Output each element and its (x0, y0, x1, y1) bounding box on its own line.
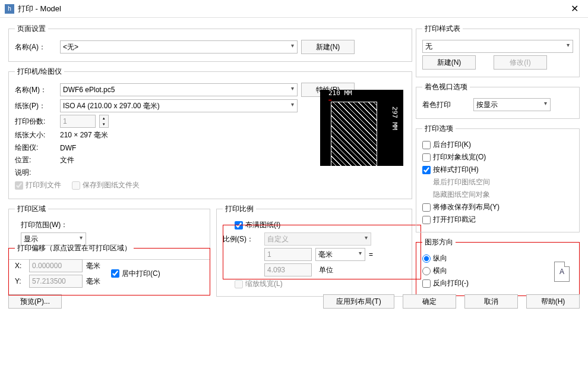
cancel-button[interactable]: 取消 (464, 294, 518, 309)
opt-hide: 隐藏图纸空间对象 (433, 190, 490, 200)
scale-lw-option: 缩放线宽(L) (235, 279, 283, 289)
area-legend: 打印区域 (15, 204, 48, 214)
help-button[interactable]: 帮助(H) (526, 294, 580, 309)
center-option[interactable]: 居中打印(C) (111, 269, 160, 279)
style-select[interactable]: 无 (422, 40, 573, 53)
paper-label: 纸张(P)： (15, 101, 56, 111)
copies-spinner[interactable]: ▴▾ (99, 115, 109, 128)
location-label: 位置: (15, 155, 56, 165)
offset-x-unit: 毫米 (86, 261, 100, 271)
offset-y-unit: 毫米 (86, 276, 100, 287)
scale-num1 (264, 248, 312, 261)
app-icon: h (5, 4, 14, 14)
opt-lw[interactable]: 打印对象线宽(O) (422, 152, 486, 162)
ratio-select: 自定义 (264, 232, 371, 246)
orient-landscape[interactable]: 横向 (422, 266, 447, 276)
offset-legend: 打印偏移（原点设置在可打印区域） (15, 243, 134, 253)
preview-width-label: 210 MM (328, 89, 352, 97)
preview-button[interactable]: 预览(P)... (8, 294, 62, 309)
fit-checkbox[interactable] (235, 221, 243, 229)
printer-legend: 打印机/绘图仪 (15, 67, 64, 77)
page-name-select[interactable]: <无> (60, 40, 298, 54)
opt-stamp[interactable]: 打开打印戳记 (422, 215, 476, 225)
page-setup-legend: 页面设置 (15, 24, 48, 34)
paper-preview: 210 MM ↔ 297 MM (320, 90, 403, 166)
plotter-label: 绘图仪: (15, 143, 56, 153)
ok-button[interactable]: 确定 (403, 294, 456, 309)
save-folder-option: 保存到图纸文件夹 (72, 180, 140, 190)
paper-select[interactable]: ISO A4 (210.00 x 297.00 毫米) (60, 99, 298, 112)
document-icon: A (554, 262, 570, 282)
scale-unit-select[interactable]: 毫米 (315, 248, 365, 261)
save-folder-checkbox (72, 181, 80, 190)
viewport-legend: 着色视口选项 (422, 82, 470, 92)
viewport-group: 着色视口选项 着色打印 按显示 (416, 82, 580, 119)
size-label: 纸张大小: (15, 130, 56, 140)
style-group: 打印样式表 无 新建(N) 修改(I) (416, 24, 580, 77)
offset-y-label: Y: (15, 277, 26, 285)
offset-group: 打印偏移（原点设置在可打印区域） X: 毫米 Y: 毫米 居中打印(C) (8, 243, 210, 295)
plotter-value: DWF (60, 144, 76, 152)
apply-button[interactable]: 应用到布局(T) (323, 294, 394, 309)
orientation-group: 图形方向 纵向 横向 反向打印(-) A (416, 237, 580, 296)
printer-name-label: 名称(M)： (15, 85, 56, 95)
offset-x-input (29, 259, 83, 272)
printer-name-select[interactable]: DWF6 ePlot.pc5 (60, 83, 298, 96)
printer-group: 打印机/绘图仪 名称(M)： DWF6 ePlot.pc5 特性(R) 纸张(P… (8, 67, 412, 199)
scale-unit-label: 单位 (315, 265, 365, 275)
page-name-label: 名称(A)： (15, 42, 56, 52)
style-new-button[interactable]: 新建(N) (422, 55, 476, 70)
scale-lw-checkbox (235, 280, 243, 288)
shade-label: 着色打印 (422, 100, 470, 110)
options-group: 打印选项 后台打印(K) 打印对象线宽(O) 按样式打印(H) 最后打印图纸空间… (416, 124, 580, 232)
print-to-file-option: 打印到文件 (15, 180, 61, 190)
desc-label: 说明: (15, 168, 56, 178)
offset-y-input (29, 275, 83, 288)
title-bar: h 打印 - Model ✕ (0, 0, 588, 18)
opt-bg[interactable]: 后台打印(K) (422, 140, 471, 150)
page-setup-group: 页面设置 名称(A)： <无> 新建(N) (8, 24, 412, 62)
scope-label: 打印范围(W)： (21, 220, 68, 230)
style-legend: 打印样式表 (422, 24, 463, 34)
shade-select[interactable]: 按显示 (473, 98, 551, 111)
orient-legend: 图形方向 (422, 237, 456, 247)
print-to-file-checkbox (15, 181, 23, 190)
scale-legend: 打印比例 (223, 204, 256, 214)
copies-input (60, 115, 96, 128)
opt-save-layout[interactable]: 将修改保存到布局(Y) (422, 202, 500, 212)
opt-last: 最后打印图纸空间 (433, 177, 490, 187)
center-checkbox[interactable] (111, 269, 119, 278)
print-scale-group: 打印比例 布满图纸(I) 比例(S)： 自定义 毫米 = (216, 204, 412, 297)
copies-label: 打印份数: (15, 117, 56, 127)
scale-num2 (264, 263, 312, 276)
window-title: 打印 - Model (18, 4, 61, 14)
options-legend: 打印选项 (422, 124, 456, 134)
offset-x-label: X: (15, 262, 26, 270)
preview-paper-icon (331, 102, 377, 167)
preview-height-label: 297 MM (391, 106, 399, 130)
page-new-button[interactable]: 新建(N) (301, 40, 355, 54)
ratio-label: 比例(S)： (223, 234, 261, 244)
scale-eq: = (369, 250, 373, 259)
opt-bystyle[interactable]: 按样式打印(H) (422, 165, 479, 175)
orient-reverse[interactable]: 反向打印(-) (422, 278, 469, 288)
fit-option[interactable]: 布满图纸(I) (235, 220, 280, 230)
close-icon[interactable]: ✕ (566, 3, 583, 14)
orient-portrait[interactable]: 纵向 (422, 253, 447, 263)
location-value: 文件 (60, 155, 74, 165)
style-edit-button: 修改(I) (494, 55, 547, 70)
size-value: 210 × 297 毫米 (60, 130, 108, 140)
